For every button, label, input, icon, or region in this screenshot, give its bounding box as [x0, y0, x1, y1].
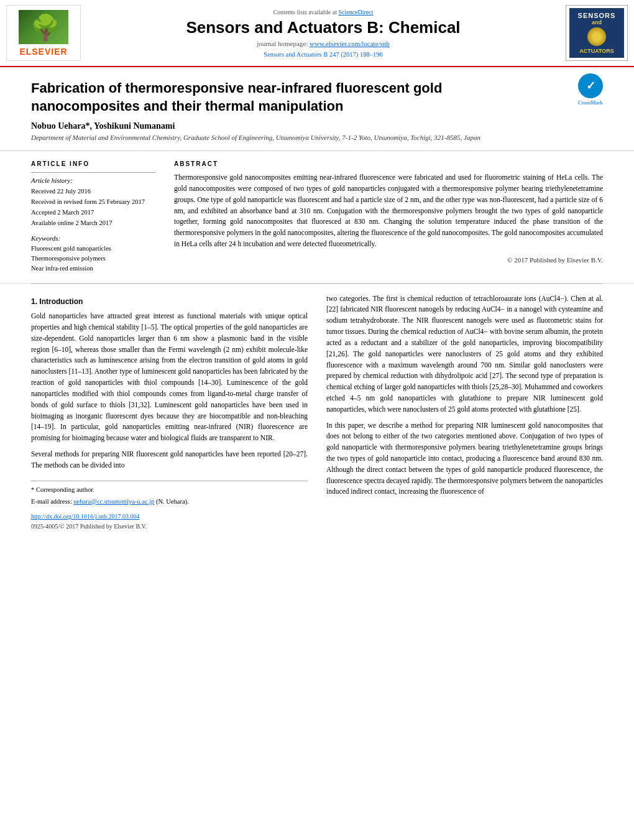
crossmark-badge: ✓ CrossMark	[578, 73, 603, 106]
right-paragraph-2: In this paper, we describe a method for …	[326, 420, 603, 498]
journal-ref: Sensors and Actuators B 247 (2017) 188–1…	[264, 51, 382, 58]
email-link[interactable]: uehara@cc.utsunomiya-u.ac.jp	[73, 498, 154, 505]
elsevier-text: ELSEVIER	[19, 47, 67, 57]
doi-anchor[interactable]: http://dx.doi.org/10.1016/j.snb.2017.03.…	[31, 513, 140, 520]
info-abstract-section: ARTICLE INFO Article history: Received 2…	[0, 151, 634, 283]
article-info-panel: ARTICLE INFO Article history: Received 2…	[31, 160, 155, 273]
sensors-text: SENSORS	[578, 12, 616, 19]
intro-paragraph-2: Several methods for preparing NIR fluore…	[31, 449, 308, 471]
intro-heading: 1. Introduction	[31, 296, 308, 308]
article-header: Fabrication of thermoresponsive near-inf…	[0, 67, 634, 151]
corresponding-note: * Corresponding author.	[31, 485, 308, 495]
article-title: Fabrication of thermoresponsive near-inf…	[31, 80, 541, 115]
sensors-circle-icon	[587, 27, 606, 46]
received-date: Received 22 July 2016 Received in revise…	[31, 187, 155, 228]
article-info-heading: ARTICLE INFO	[31, 160, 155, 167]
actuators-text: ACTUATORS	[579, 48, 614, 54]
elsevier-tree-image	[19, 10, 68, 44]
abstract-heading: ABSTRACT	[174, 160, 603, 167]
copyright-line: © 2017 Published by Elsevier B.V.	[174, 256, 603, 264]
journal-info: Contents lists available at ScienceDirec…	[87, 5, 559, 61]
journal-title: Sensors and Actuators B: Chemical	[186, 18, 460, 37]
sciencedirect-link[interactable]: ScienceDirect	[338, 9, 373, 16]
keyword-3: Near infra-red emission	[31, 264, 155, 274]
homepage-link[interactable]: www.elsevier.com/locate/snb	[310, 40, 390, 47]
keyword-1: Fluorescent gold nanoparticles	[31, 244, 155, 254]
journal-homepage: journal homepage: www.elsevier.com/locat…	[257, 40, 390, 47]
right-column: two categories. The first is chemical re…	[326, 293, 603, 532]
history-block: Article history: Received 22 July 2016 R…	[31, 172, 155, 228]
email-footnote: E-mail address: uehara@cc.utsunomiya-u.a…	[31, 497, 308, 507]
keywords-block: Keywords: Fluorescent gold nanoparticles…	[31, 234, 155, 273]
left-column: 1. Introduction Gold nanoparticles have …	[31, 293, 308, 532]
sensors-actuators-logo: SENSORS and ACTUATORS	[566, 5, 628, 61]
sensors-logo-inner: SENSORS and ACTUATORS	[569, 8, 624, 58]
authors: Nobuo Uehara*, Yoshikuni Numanami	[31, 121, 603, 131]
issn-line: 0925-4005/© 2017 Published by Elsevier B…	[31, 522, 308, 532]
crossmark-label: CrossMark	[578, 99, 603, 106]
history-label: Article history:	[31, 177, 155, 184]
crossmark-icon: ✓	[578, 73, 603, 98]
intro-paragraph-1: Gold nanoparticles have attracted great …	[31, 311, 308, 444]
and-text: and	[592, 19, 602, 25]
elsevier-logo: ELSEVIER	[6, 5, 81, 61]
keyword-2: Thermoresponsive polymers	[31, 254, 155, 264]
footnote-section: * Corresponding author. E-mail address: …	[31, 481, 308, 532]
journal-header: ELSEVIER Contents lists available at Sci…	[0, 0, 634, 67]
right-paragraph-1: two categories. The first is chemical re…	[326, 293, 603, 415]
abstract-section: ABSTRACT Thermoresponsive gold nanocompo…	[174, 160, 603, 273]
abstract-text: Thermoresponsive gold nanocomposites emi…	[174, 172, 603, 250]
contents-available-text: Contents lists available at ScienceDirec…	[273, 9, 373, 16]
main-content: 1. Introduction Gold nanoparticles have …	[0, 284, 634, 541]
doi-link: http://dx.doi.org/10.1016/j.snb.2017.03.…	[31, 512, 308, 522]
keywords-label: Keywords:	[31, 234, 155, 242]
affiliation: Department of Material and Environmental…	[31, 134, 603, 141]
